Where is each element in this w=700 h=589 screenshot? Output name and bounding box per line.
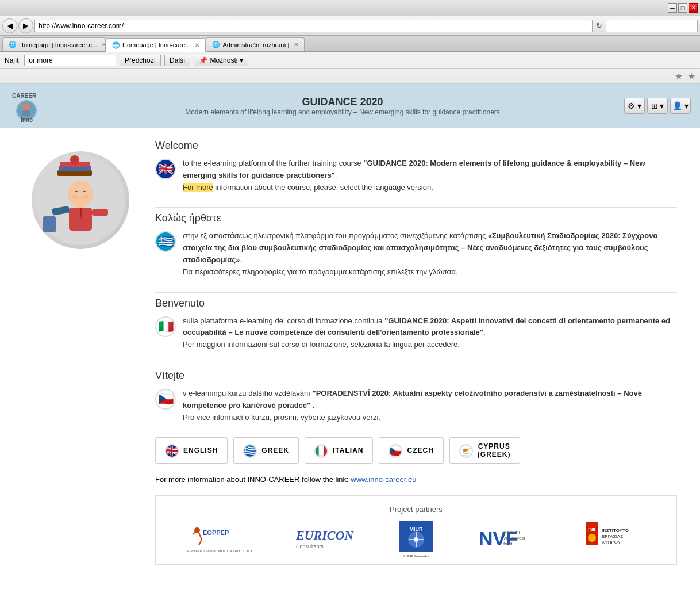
lang-label-czech: CZECH — [407, 446, 433, 454]
partner-euricon: EURICON Consultants — [293, 521, 356, 555]
partner-miur: MIUR USR Veneto — [396, 521, 436, 555]
character-circle — [32, 151, 129, 249]
lang-label-english: ENGLISH — [183, 446, 218, 454]
tab-favicon: 🌐 — [9, 41, 17, 48]
favorites-bar: ★ ★ — [0, 69, 700, 84]
layout-button[interactable]: ⊞ ▾ — [647, 98, 668, 114]
find-prev-button[interactable]: Předchozí — [120, 55, 161, 66]
svg-text:EOPPEP: EOPPEP — [203, 529, 229, 536]
site-header: CAREER inno GUIDANCE 2020 Modern element… — [0, 84, 700, 128]
svg-point-12 — [68, 181, 93, 208]
favorites-star-2[interactable]: ★ — [687, 71, 695, 82]
lang-button-cyprus[interactable]: CYPRUS(GREEK) — [449, 437, 521, 464]
flag-cyprus — [459, 444, 473, 458]
svg-rect-11 — [75, 156, 76, 159]
tab-homepage-2[interactable]: 🌐 Homepage | Inno-care... ✕ — [106, 38, 206, 52]
divider-3 — [155, 365, 677, 365]
lang-label-cyprus: CYPRUS(GREEK) — [478, 442, 511, 458]
section-text-italian: sulla piattaforma e-learning del corso d… — [183, 315, 677, 351]
flag-uk — [155, 159, 176, 179]
flag-cz — [155, 389, 176, 410]
lang-button-greek[interactable]: GREEK — [233, 437, 299, 464]
user-button[interactable]: 👤 ▾ — [670, 98, 691, 114]
forward-button[interactable]: ▶ — [18, 18, 33, 33]
svg-text:vzdělávací: vzdělávací — [503, 536, 526, 541]
svg-point-20 — [194, 527, 200, 533]
svg-text:ΠΡΟΣΟΝΤΩΝ & ΤΗΝ ΕΠΑΓΓΕΛΜΑΤΙΚΗ : ΠΡΟΣΟΝΤΩΝ & ΤΗΝ ΕΠΑΓΓΕΛΜΑΤΙΚΗ ΚΑΤΕΥΘΥΝΣΗ — [187, 553, 253, 554]
tab-favicon: 🌐 — [112, 41, 120, 49]
section-title-welcome: Welcome — [155, 140, 677, 152]
section-title-greek: Καλώς ήρθατε — [155, 212, 677, 224]
tab-admin[interactable]: 🌐 Administrační rozhraní | ✕ — [206, 37, 305, 51]
find-next-button[interactable]: Další — [164, 55, 190, 66]
tab-label: Administrační rozhraní | — [222, 41, 289, 48]
header-icons: ⚙ ▾ ⊞ ▾ 👤 ▾ — [624, 98, 691, 114]
svg-point-39 — [588, 534, 596, 542]
svg-point-31 — [414, 537, 418, 542]
restore-button[interactable]: □ — [678, 3, 687, 13]
tab-homepage-1[interactable]: 🌐 Homepage | Inno-career.c... ✕ — [2, 37, 106, 51]
refresh-button[interactable]: ↻ — [594, 21, 605, 30]
flag-italian — [314, 444, 328, 458]
browser-search-input[interactable] — [606, 20, 698, 32]
lang-button-czech[interactable]: CZECH — [379, 437, 443, 464]
section-body-italian: sulla piattaforma e-learning del corso d… — [155, 315, 677, 351]
tab-close-1[interactable]: ✕ — [102, 41, 106, 48]
inno-link[interactable]: www.inno-career.eu — [351, 475, 416, 484]
section-text-greek: στην εξ αποστάσεως ηλεκτρονική πλατφόρμα… — [183, 230, 677, 278]
divider-2 — [155, 292, 677, 293]
svg-text:Consultants: Consultants — [296, 544, 324, 549]
inno-link-area: For more information about INNO-CAREER f… — [155, 475, 677, 484]
svg-text:ΕΡΓΑΣΙΑΣ: ΕΡΓΑΣΙΑΣ — [602, 534, 623, 539]
flag-english — [165, 444, 179, 458]
nav-bar: ◀ ▶ ↻ — [0, 16, 700, 36]
main-content: Welcome to the e-learning platform of th… — [0, 128, 700, 582]
minimize-button[interactable]: ─ — [668, 3, 677, 13]
section-body-welcome: to the e-learning platform of the furthe… — [155, 158, 677, 193]
lang-button-english[interactable]: ENGLISH — [155, 437, 228, 464]
site-logo: CAREER inno — [9, 89, 49, 123]
section-body-greek: στην εξ αποστάσεως ηλεκτρονική πλατφόρμα… — [155, 230, 677, 278]
address-bar[interactable] — [34, 20, 593, 32]
tab-close-2[interactable]: ✕ — [195, 42, 199, 48]
language-buttons: ENGLISH GREEK ITALIAN CZECH — [155, 437, 677, 464]
right-content: Welcome to the e-learning platform of th… — [155, 140, 677, 571]
site-title-area: GUIDANCE 2020 Modern elements of lifelon… — [61, 96, 624, 116]
section-text-welcome: to the e-learning platform of the furthe… — [183, 158, 677, 193]
partner-eoppep: EOPPEP ΕΘΝΙΚΟΣ ΟΡΓΑΝΙΣΜΟΣ ΓΙΑ ΤΗΝ ΠΙΣΤΟΠ… — [184, 521, 253, 555]
partner-inep: ΙΝΕ ΙΝΣΤΙΤΟΥΤΟ ΕΡΓΑΣΙΑΣ ΚΥΠΡΟΥ — [584, 521, 648, 555]
svg-rect-19 — [92, 209, 108, 216]
section-title-italian: Benvenuto — [155, 297, 677, 309]
browser-titlebar: ─ □ ✕ — [0, 0, 700, 16]
lang-label-italian: ITALIAN — [333, 446, 363, 454]
svg-text:inno: inno — [21, 117, 33, 123]
back-button[interactable]: ◀ — [2, 18, 17, 33]
tab-close-3[interactable]: ✕ — [294, 41, 298, 48]
section-text-czech: v e-learningu kurzu dalšího vzdělávání "… — [183, 388, 677, 423]
svg-point-13 — [71, 195, 78, 198]
settings-button[interactable]: ⚙ ▾ — [624, 98, 645, 114]
section-welcome: Welcome to the e-learning platform of th… — [155, 140, 677, 193]
favorites-star[interactable]: ★ — [675, 71, 683, 82]
svg-text:MIUR: MIUR — [409, 526, 422, 532]
section-body-czech: v e-learningu kurzu dalšího vzdělávání "… — [155, 388, 677, 423]
svg-text:ΙΝΕ: ΙΝΕ — [588, 527, 596, 532]
find-options-button[interactable]: 📌 Možnosti ▾ — [194, 55, 248, 66]
find-input[interactable] — [24, 55, 116, 66]
tab-label: Homepage | Inno-career.c... — [19, 41, 97, 48]
section-title-czech: Vítejte — [155, 370, 677, 382]
svg-text:fond: fond — [503, 541, 513, 546]
svg-text:CAREER: CAREER — [12, 93, 37, 99]
lang-button-italian[interactable]: ITALIAN — [305, 437, 373, 464]
svg-point-3 — [22, 103, 30, 111]
close-button[interactable]: ✕ — [689, 3, 698, 13]
section-italian: Benvenuto sulla piattaforma e-learning d… — [155, 297, 677, 351]
partners-title: Project partners — [165, 505, 667, 514]
tabs-bar: 🌐 Homepage | Inno-career.c... ✕ 🌐 Homepa… — [0, 36, 700, 52]
chevron-down-icon: ▾ — [240, 56, 243, 64]
page-viewport: CAREER inno GUIDANCE 2020 Modern element… — [0, 84, 700, 589]
tab-favicon: 🌐 — [212, 41, 220, 48]
character-illustration — [23, 140, 138, 571]
svg-rect-4 — [22, 110, 30, 116]
divider-1 — [155, 207, 677, 208]
